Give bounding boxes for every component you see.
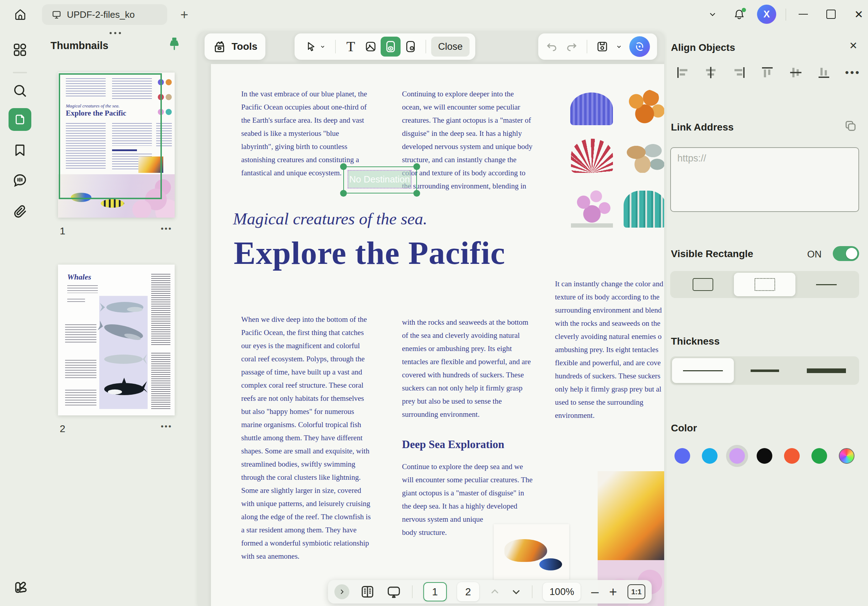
previous-page-button[interactable] — [490, 586, 500, 597]
sidebar-item-bookmarks[interactable] — [0, 142, 40, 158]
thumbnail-page-1-more[interactable]: ••• — [161, 224, 172, 233]
intro-column-1: In the vast embrace of our blue planet, … — [241, 87, 367, 180]
sidebar-item-comments[interactable] — [0, 172, 40, 189]
whale-illustration — [98, 321, 148, 343]
expand-bar-button[interactable] — [335, 584, 349, 599]
link-tool-active[interactable] — [381, 37, 401, 57]
panel-drag-handle[interactable] — [110, 32, 121, 34]
toolbar-divider — [425, 40, 426, 53]
copy-link-button[interactable] — [843, 119, 858, 133]
color-swatch-blue[interactable] — [674, 448, 690, 464]
link-annotation-label: No Destination — [349, 174, 410, 185]
sidebar-item-appearance[interactable] — [0, 579, 40, 595]
selection-handle[interactable] — [340, 190, 347, 197]
presentation-button[interactable] — [386, 584, 401, 600]
fish-shape — [539, 558, 562, 570]
save-icon[interactable] — [596, 40, 609, 53]
align-middle-vertical-button[interactable] — [789, 65, 803, 80]
destination-tool[interactable] — [401, 37, 420, 57]
bell-icon — [733, 8, 745, 20]
sidebar-item-apps[interactable] — [0, 42, 40, 57]
select-tool[interactable] — [300, 37, 330, 57]
color-swatch-green[interactable] — [811, 448, 827, 464]
minimize-button[interactable] — [793, 4, 813, 24]
copy-icon — [843, 119, 858, 133]
sidebar-item-attachments[interactable] — [0, 203, 40, 220]
fish-shape — [504, 539, 547, 562]
undo-icon[interactable] — [546, 40, 558, 53]
zoom-out-button[interactable]: – — [591, 585, 599, 598]
zoom-level-button[interactable]: 100% — [543, 583, 581, 601]
search-icon — [12, 82, 28, 99]
thickness-label: Thickness — [671, 336, 720, 347]
page-layout-button[interactable] — [360, 584, 375, 600]
toolbar-divider — [335, 40, 336, 53]
zoom-in-button[interactable]: + — [609, 585, 617, 598]
window-menu-chevron[interactable] — [702, 4, 722, 24]
link-address-input[interactable] — [670, 147, 859, 212]
bottombar-divider — [532, 585, 533, 598]
new-tab-button[interactable]: + — [176, 6, 192, 23]
color-swatch-purple-selected[interactable] — [729, 448, 745, 464]
user-avatar[interactable]: X — [757, 5, 776, 24]
align-bottom-button[interactable] — [817, 65, 831, 80]
text-tool[interactable]: T — [341, 37, 361, 57]
grid-icon — [12, 42, 28, 57]
style-underline-option[interactable] — [795, 273, 857, 296]
thumbnail-page-2-more[interactable]: ••• — [161, 422, 172, 431]
toolbar-divider — [587, 40, 587, 53]
sidebar-item-search[interactable] — [0, 82, 40, 99]
color-swatch-cyan[interactable] — [702, 448, 718, 464]
link-address-label: Link Address — [671, 122, 733, 133]
tools-button[interactable]: Tools — [205, 33, 265, 60]
selection-handle[interactable] — [413, 163, 420, 170]
thickness-thin-option-selected[interactable] — [672, 358, 734, 383]
color-swatch-orange[interactable] — [784, 448, 800, 464]
presentation-icon — [386, 584, 401, 600]
notifications-button[interactable] — [729, 4, 749, 24]
style-solid-rectangle-option[interactable] — [672, 273, 734, 296]
home-button[interactable] — [11, 5, 30, 24]
close-window-button[interactable]: ✕ — [849, 4, 868, 24]
next-page-button[interactable] — [511, 586, 521, 597]
ai-assistant-button[interactable] — [629, 36, 650, 57]
align-center-horizontal-button[interactable] — [704, 65, 718, 80]
dot — [114, 32, 116, 34]
color-swatch-black[interactable] — [756, 448, 772, 464]
align-top-button[interactable] — [760, 65, 775, 80]
pin-panel-button[interactable] — [167, 36, 183, 53]
document-tab[interactable]: UPDF-2-files_ko — [42, 4, 167, 25]
sidebar-item-thumbnails[interactable] — [0, 108, 40, 131]
link-annotation-rectangle: No Destination — [347, 170, 412, 189]
chevron-down-icon — [320, 44, 326, 50]
titlebar-divider — [786, 9, 786, 21]
maximize-button[interactable] — [821, 4, 841, 24]
selection-handle[interactable] — [340, 163, 347, 170]
link-annotation-selection[interactable]: No Destination — [343, 166, 417, 194]
more-align-options-button[interactable]: ••• — [845, 70, 860, 75]
shell-cluster-image — [624, 139, 664, 173]
text-tool-icon: T — [347, 39, 355, 54]
thickness-thick-option[interactable] — [795, 358, 857, 383]
redo-icon[interactable] — [565, 40, 578, 53]
dot — [110, 32, 112, 34]
visible-rectangle-toggle[interactable] — [833, 246, 859, 261]
selection-handle[interactable] — [413, 190, 420, 197]
page-2-button[interactable]: 2 — [457, 582, 479, 601]
notification-dot — [742, 8, 746, 12]
align-left-button[interactable] — [676, 65, 690, 80]
anemone-image — [570, 93, 613, 125]
thumbnail-page-2[interactable]: Whales — [58, 265, 175, 415]
style-dotted-rectangle-option-selected[interactable] — [734, 273, 796, 296]
close-editor-button[interactable]: Close — [431, 37, 470, 57]
thumbnail-page-1[interactable]: Magical creatures of the sea. Explore th… — [58, 73, 175, 218]
page-1-button[interactable]: 1 — [423, 582, 447, 601]
image-icon — [364, 40, 377, 53]
close-panel-button[interactable]: ✕ — [849, 40, 857, 51]
color-picker-rainbow[interactable] — [839, 448, 854, 464]
save-options-chevron[interactable] — [616, 43, 622, 50]
image-tool[interactable] — [361, 37, 381, 57]
thickness-medium-option[interactable] — [734, 358, 796, 383]
align-right-button[interactable] — [732, 65, 746, 80]
actual-size-button[interactable]: 1:1 — [628, 584, 645, 599]
